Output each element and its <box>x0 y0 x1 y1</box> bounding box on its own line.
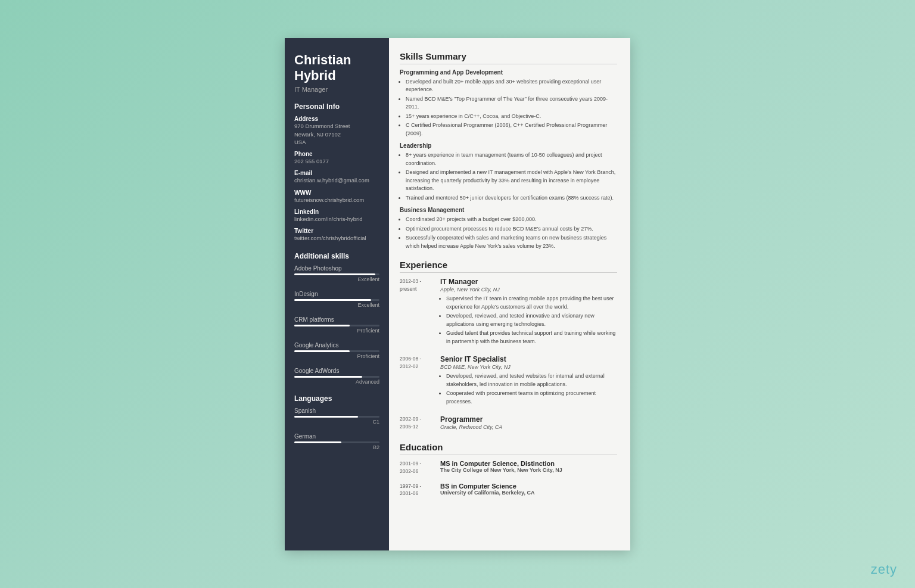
exp-content-2: Senior IT Specialist BCD M&E, New York C… <box>440 355 617 407</box>
skill-crm-bar-bg <box>294 325 379 326</box>
skill-photoshop-name: Adobe Photoshop <box>294 265 379 272</box>
exp-dates-3: 2002-09 -2005-12 <box>400 415 440 433</box>
exp-item-3: 2002-09 -2005-12 Programmer Oracle, Redw… <box>400 415 617 433</box>
skill-indesign-bar-bg <box>294 299 379 301</box>
education-section: Education 2001-09 -2002-06 MS in Compute… <box>400 442 617 497</box>
address-value: 970 Drummond StreetNewark, NJ 07102USA <box>294 122 379 146</box>
exp-title-2: Senior IT Specialist <box>440 355 617 363</box>
subsection-business: Business Management Coordinated 20+ proj… <box>400 207 617 250</box>
skill-crm: CRM platforms Proficient <box>294 316 379 334</box>
bullet-item: Guided talent that provides technical su… <box>446 329 617 346</box>
linkedin-block: LinkedIn linkedin.com/in/chris-hybrid <box>294 209 379 223</box>
edu-item-1: 2001-09 -2002-06 MS in Computer Science,… <box>400 460 617 475</box>
www-label: WWW <box>294 189 379 196</box>
exp-content-1: IT Manager Apple, New York City, NJ Supe… <box>440 278 617 347</box>
skill-analytics: Google Analytics Proficient <box>294 342 379 359</box>
experience-section: Experience 2012-03 -present IT Manager A… <box>400 260 617 433</box>
bullet-item: Optimized procurement processes to reduc… <box>406 225 617 234</box>
exp-title-1: IT Manager <box>440 278 617 286</box>
skill-adwords-bar-fill <box>294 376 362 378</box>
bullet-item: Successfully cooperated with sales and m… <box>406 234 617 250</box>
subsection-business-title: Business Management <box>400 207 617 213</box>
www-block: WWW futureisnow.chrishybrid.com <box>294 189 379 204</box>
skill-photoshop: Adobe Photoshop Excellent <box>294 265 379 282</box>
exp-item-2: 2006-08 -2012-02 Senior IT Specialist BC… <box>400 355 617 407</box>
lang-spanish: Spanish C1 <box>294 407 379 425</box>
skill-adwords: Google AdWords Advanced <box>294 368 379 385</box>
exp-title-3: Programmer <box>440 415 617 424</box>
skill-analytics-bar-bg <box>294 350 379 352</box>
phone-label: Phone <box>294 151 379 157</box>
linkedin-label: LinkedIn <box>294 209 379 215</box>
skill-photoshop-level: Excellent <box>294 276 379 282</box>
bullet-item: Named BCD M&E's "Top Programmer of The Y… <box>406 95 617 111</box>
bullet-item: Coordinated 20+ projects with a budget o… <box>406 216 617 224</box>
lang-spanish-name: Spanish <box>294 407 379 414</box>
www-value: futureisnow.chrishybrid.com <box>294 196 379 204</box>
lang-german-name: German <box>294 433 379 440</box>
lang-german-level: B2 <box>294 444 379 450</box>
skill-analytics-level: Proficient <box>294 353 379 359</box>
bullet-item: Developed and built 20+ mobile apps and … <box>406 78 617 94</box>
experience-title: Experience <box>400 260 617 273</box>
phone-value: 202 555 0177 <box>294 157 379 165</box>
email-label: E-mail <box>294 170 379 176</box>
email-value: christian.w.hybrid@gmail.com <box>294 176 379 184</box>
exp-content-3: Programmer Oracle, Redwood City, CA <box>440 415 617 433</box>
edu-school-2: University of California, Berkeley, CA <box>440 490 617 496</box>
candidate-name: ChristianHybrid <box>294 52 379 84</box>
skills-summary-title: Skills Summary <box>400 51 617 64</box>
bullet-item: C Certified Professional Programmer (200… <box>406 122 617 138</box>
skill-indesign: InDesign Excellent <box>294 291 379 308</box>
edu-content-1: MS in Computer Science, Distinction The … <box>440 460 617 475</box>
email-block: E-mail christian.w.hybrid@gmail.com <box>294 170 379 184</box>
address-label: Address <box>294 116 379 122</box>
subsection-programming-title: Programming and App Development <box>400 69 617 76</box>
candidate-title: IT Manager <box>294 86 379 93</box>
edu-degree-2: BS in Computer Science <box>440 483 617 490</box>
business-bullets: Coordinated 20+ projects with a budget o… <box>400 216 617 250</box>
bullet-item: Trained and mentored 50+ junior develope… <box>406 194 617 203</box>
bullet-item: Designed and implemented a new IT manage… <box>406 169 617 193</box>
skill-adwords-bar-bg <box>294 376 379 378</box>
exp-item-1: 2012-03 -present IT Manager Apple, New Y… <box>400 278 617 347</box>
leadership-bullets: 8+ years experience in team management (… <box>400 151 617 202</box>
bullet-item: Developed, reviewed, and tested websites… <box>446 372 617 388</box>
lang-german: German B2 <box>294 433 379 450</box>
linkedin-value: linkedin.com/in/chris-hybrid <box>294 215 379 223</box>
bullet-item: 8+ years experience in team management (… <box>406 151 617 167</box>
phone-block: Phone 202 555 0177 <box>294 151 379 165</box>
skill-analytics-name: Google Analytics <box>294 342 379 349</box>
bullet-item: 15+ years experience in C/C++, Cocoa, an… <box>406 113 617 121</box>
education-title: Education <box>400 442 617 455</box>
skill-crm-level: Proficient <box>294 328 379 334</box>
twitter-value: twitter.com/chrishybridofficial <box>294 234 379 242</box>
zety-brand: zety <box>871 562 897 577</box>
skill-crm-name: CRM platforms <box>294 316 379 323</box>
skill-adwords-name: Google AdWords <box>294 368 379 374</box>
edu-school-1: The City College of New York, New York C… <box>440 467 617 473</box>
twitter-label: Twitter <box>294 228 379 234</box>
address-block: Address 970 Drummond StreetNewark, NJ 07… <box>294 116 379 146</box>
edu-content-2: BS in Computer Science University of Cal… <box>440 483 617 498</box>
skills-summary-section: Skills Summary Programming and App Devel… <box>400 51 617 251</box>
additional-skills-title: Additional skills <box>294 252 379 260</box>
lang-german-bar-fill <box>294 441 341 443</box>
lang-spanish-bar-bg <box>294 416 379 418</box>
skill-photoshop-bar-bg <box>294 273 379 275</box>
exp-bullets-1: Supervised the IT team in creating mobil… <box>440 295 617 346</box>
skill-analytics-bar-fill <box>294 350 350 352</box>
edu-degree-1: MS in Computer Science, Distinction <box>440 460 617 467</box>
exp-dates-2: 2006-08 -2012-02 <box>400 355 440 407</box>
bullet-item: Cooperated with procurement teams in opt… <box>446 390 617 406</box>
edu-item-2: 1997-09 -2001-06 BS in Computer Science … <box>400 483 617 498</box>
resume: ChristianHybrid IT Manager Personal Info… <box>285 38 630 550</box>
languages-title: Languages <box>294 394 379 403</box>
skill-crm-bar-fill <box>294 325 350 326</box>
programming-bullets: Developed and built 20+ mobile apps and … <box>400 78 617 138</box>
skill-photoshop-bar-fill <box>294 273 375 275</box>
right-panel: Skills Summary Programming and App Devel… <box>389 38 630 550</box>
exp-company-3: Oracle, Redwood City, CA <box>440 424 617 430</box>
bullet-item: Supervised the IT team in creating mobil… <box>446 295 617 311</box>
subsection-leadership-title: Leadership <box>400 142 617 149</box>
